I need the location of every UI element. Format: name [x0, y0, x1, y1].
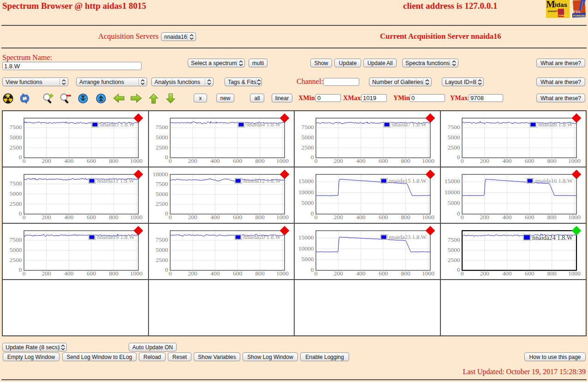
svg-text:POWERED: POWERED [573, 14, 587, 17]
svg-text:5000: 5000 [302, 256, 314, 263]
svg-text:200: 200 [480, 214, 489, 221]
svg-text:1000: 1000 [568, 157, 580, 164]
svg-text:200: 200 [188, 157, 197, 164]
svg-text:0: 0 [460, 214, 463, 221]
svg-text:7500: 7500 [10, 236, 22, 243]
svg-text:7500: 7500 [302, 124, 314, 131]
svg-text:800: 800 [547, 214, 557, 221]
svg-text:0: 0 [311, 210, 314, 217]
svg-text:600: 600 [379, 270, 388, 277]
svg-text:400: 400 [356, 214, 366, 221]
svg-text:600: 600 [87, 157, 96, 164]
svg-text:400: 400 [502, 270, 512, 277]
svg-text:2500: 2500 [447, 144, 460, 151]
svg-text:600: 600 [232, 214, 242, 221]
svg-text:nnaida8 1.8.W: nnaida8 1.8.W [538, 121, 573, 128]
svg-text:0: 0 [315, 270, 318, 277]
svg-text:200: 200 [334, 157, 344, 164]
svg-text:0: 0 [165, 266, 168, 273]
svg-text:7500: 7500 [155, 180, 168, 187]
svg-text:600: 600 [524, 214, 534, 221]
svg-text:600: 600 [379, 157, 388, 164]
svg-text:2500: 2500 [302, 144, 314, 151]
svg-text:5000: 5000 [447, 199, 460, 206]
svg-text:nnaida12 1.8.W: nnaida12 1.8.W [243, 178, 281, 184]
svg-text:200: 200 [480, 157, 489, 164]
svg-text:400: 400 [64, 157, 74, 164]
svg-text:5000: 5000 [447, 246, 460, 253]
svg-text:800: 800 [547, 270, 557, 277]
svg-text:2500: 2500 [155, 200, 168, 207]
svg-text:7500: 7500 [10, 180, 22, 187]
svg-text:200: 200 [334, 270, 344, 277]
svg-text:7500: 7500 [447, 236, 460, 243]
svg-text:10000: 10000 [444, 189, 460, 196]
svg-text:600: 600 [87, 270, 96, 277]
svg-text:5000: 5000 [302, 134, 314, 141]
svg-text:1000: 1000 [130, 270, 143, 277]
svg-text:7500: 7500 [10, 124, 22, 131]
svg-text:5000: 5000 [155, 134, 168, 141]
svg-text:5000: 5000 [10, 134, 22, 141]
svg-text:0: 0 [23, 270, 26, 277]
svg-text:400: 400 [356, 270, 366, 277]
svg-text:15000: 15000 [298, 234, 314, 241]
svg-text:0: 0 [457, 266, 460, 273]
svg-text:5000: 5000 [447, 134, 460, 141]
svg-text:nnaida20 1.8.W: nnaida20 1.8.W [243, 234, 281, 240]
svg-text:nnaida11 1.8.W: nnaida11 1.8.W [97, 178, 135, 184]
svg-text:600: 600 [524, 157, 534, 164]
svg-text:1000: 1000 [276, 270, 288, 277]
svg-text:400: 400 [210, 157, 220, 164]
svg-text:0: 0 [315, 157, 318, 164]
svg-text:1000: 1000 [130, 157, 143, 164]
svg-text:0: 0 [19, 266, 22, 273]
svg-text:nnaida23 1.8.W: nnaida23 1.8.W [389, 234, 427, 240]
svg-text:800: 800 [547, 157, 557, 164]
svg-text:800: 800 [109, 270, 119, 277]
svg-text:nnaida19 1.8.W: nnaida19 1.8.W [97, 234, 135, 240]
svg-text:1000: 1000 [422, 270, 434, 277]
svg-text:800: 800 [401, 214, 411, 221]
svg-text:0: 0 [460, 157, 463, 164]
svg-text:idas: idas [555, 1, 567, 8]
svg-text:0: 0 [315, 214, 318, 221]
svg-text:200: 200 [188, 214, 197, 221]
svg-text:600: 600 [232, 157, 242, 164]
svg-text:2500: 2500 [155, 257, 168, 263]
svg-text:10000: 10000 [298, 189, 314, 196]
svg-text:0: 0 [168, 214, 172, 221]
svg-text:0: 0 [19, 210, 22, 217]
svg-text:15000: 15000 [298, 178, 314, 185]
svg-text:POWERED: POWERED [559, 15, 568, 17]
svg-text:1000: 1000 [422, 214, 434, 221]
svg-text:800: 800 [109, 214, 119, 221]
svg-text:nnaida3 1.8.W: nnaida3 1.8.W [100, 121, 135, 128]
svg-text:1000: 1000 [130, 214, 143, 221]
svg-text:400: 400 [64, 270, 74, 277]
svg-text:7500: 7500 [155, 236, 168, 243]
svg-text:2500: 2500 [10, 144, 22, 151]
svg-text:0: 0 [168, 270, 172, 277]
svg-text:2500: 2500 [10, 200, 22, 207]
svg-text:200: 200 [42, 214, 52, 221]
svg-text:10000: 10000 [298, 245, 314, 252]
svg-text:800: 800 [401, 270, 411, 277]
svg-text:10000: 10000 [152, 171, 168, 178]
svg-text:0: 0 [23, 214, 26, 221]
svg-text:15000: 15000 [444, 178, 460, 185]
svg-text:200: 200 [42, 270, 52, 277]
svg-text:0: 0 [311, 266, 314, 273]
svg-text:2500: 2500 [447, 257, 460, 263]
svg-text:5000: 5000 [302, 199, 314, 206]
svg-text:nnaida7 1.8.W: nnaida7 1.8.W [392, 121, 427, 128]
svg-text:0: 0 [23, 157, 26, 164]
svg-text:0: 0 [460, 270, 463, 277]
svg-text:M: M [546, 0, 555, 10]
svg-text:400: 400 [502, 214, 512, 221]
svg-text:5000: 5000 [155, 246, 168, 253]
svg-text:1000: 1000 [568, 214, 580, 221]
svg-text:400: 400 [502, 157, 512, 164]
svg-text:1000: 1000 [568, 270, 580, 277]
svg-text:400: 400 [210, 214, 220, 221]
